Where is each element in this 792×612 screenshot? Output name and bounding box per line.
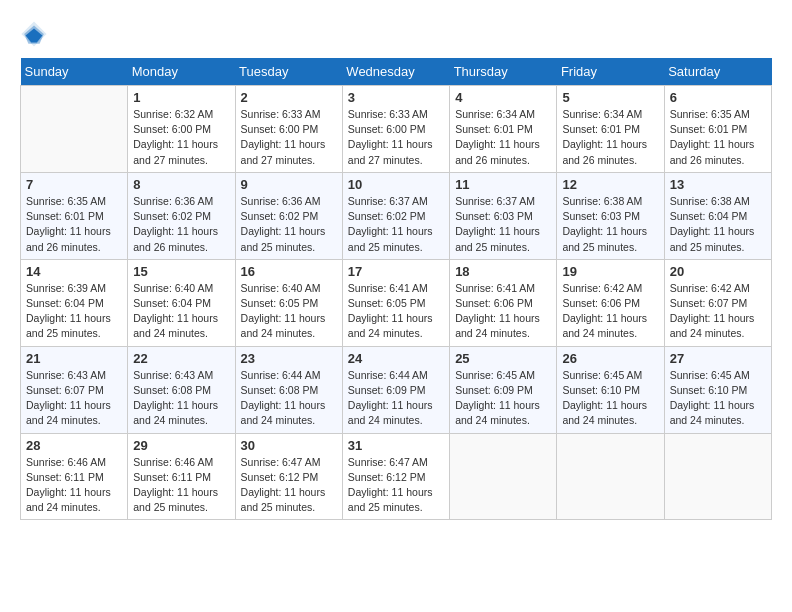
day-info: Sunrise: 6:32 AM Sunset: 6:00 PM Dayligh…	[133, 107, 229, 168]
day-number: 16	[241, 264, 337, 279]
weekday-header: Friday	[557, 58, 664, 86]
calendar-cell	[557, 433, 664, 520]
calendar-cell: 21Sunrise: 6:43 AM Sunset: 6:07 PM Dayli…	[21, 346, 128, 433]
day-number: 2	[241, 90, 337, 105]
day-info: Sunrise: 6:47 AM Sunset: 6:12 PM Dayligh…	[241, 455, 337, 516]
day-info: Sunrise: 6:44 AM Sunset: 6:08 PM Dayligh…	[241, 368, 337, 429]
day-info: Sunrise: 6:45 AM Sunset: 6:10 PM Dayligh…	[670, 368, 766, 429]
calendar-cell: 3Sunrise: 6:33 AM Sunset: 6:00 PM Daylig…	[342, 86, 449, 173]
day-number: 6	[670, 90, 766, 105]
calendar-cell: 19Sunrise: 6:42 AM Sunset: 6:06 PM Dayli…	[557, 259, 664, 346]
calendar-cell: 30Sunrise: 6:47 AM Sunset: 6:12 PM Dayli…	[235, 433, 342, 520]
calendar-cell: 14Sunrise: 6:39 AM Sunset: 6:04 PM Dayli…	[21, 259, 128, 346]
day-info: Sunrise: 6:37 AM Sunset: 6:03 PM Dayligh…	[455, 194, 551, 255]
weekday-header: Sunday	[21, 58, 128, 86]
day-info: Sunrise: 6:43 AM Sunset: 6:08 PM Dayligh…	[133, 368, 229, 429]
day-number: 26	[562, 351, 658, 366]
calendar-cell: 24Sunrise: 6:44 AM Sunset: 6:09 PM Dayli…	[342, 346, 449, 433]
calendar-cell: 7Sunrise: 6:35 AM Sunset: 6:01 PM Daylig…	[21, 172, 128, 259]
day-info: Sunrise: 6:35 AM Sunset: 6:01 PM Dayligh…	[670, 107, 766, 168]
calendar-cell: 29Sunrise: 6:46 AM Sunset: 6:11 PM Dayli…	[128, 433, 235, 520]
calendar-cell: 20Sunrise: 6:42 AM Sunset: 6:07 PM Dayli…	[664, 259, 771, 346]
day-number: 5	[562, 90, 658, 105]
day-number: 19	[562, 264, 658, 279]
calendar-table: SundayMondayTuesdayWednesdayThursdayFrid…	[20, 58, 772, 520]
calendar-cell: 23Sunrise: 6:44 AM Sunset: 6:08 PM Dayli…	[235, 346, 342, 433]
calendar-cell: 17Sunrise: 6:41 AM Sunset: 6:05 PM Dayli…	[342, 259, 449, 346]
calendar-cell: 16Sunrise: 6:40 AM Sunset: 6:05 PM Dayli…	[235, 259, 342, 346]
calendar-cell: 26Sunrise: 6:45 AM Sunset: 6:10 PM Dayli…	[557, 346, 664, 433]
day-number: 22	[133, 351, 229, 366]
calendar-week-row: 28Sunrise: 6:46 AM Sunset: 6:11 PM Dayli…	[21, 433, 772, 520]
day-info: Sunrise: 6:33 AM Sunset: 6:00 PM Dayligh…	[241, 107, 337, 168]
calendar-cell: 12Sunrise: 6:38 AM Sunset: 6:03 PM Dayli…	[557, 172, 664, 259]
page-header	[20, 20, 772, 48]
day-info: Sunrise: 6:43 AM Sunset: 6:07 PM Dayligh…	[26, 368, 122, 429]
calendar-week-row: 1Sunrise: 6:32 AM Sunset: 6:00 PM Daylig…	[21, 86, 772, 173]
day-info: Sunrise: 6:39 AM Sunset: 6:04 PM Dayligh…	[26, 281, 122, 342]
day-info: Sunrise: 6:46 AM Sunset: 6:11 PM Dayligh…	[26, 455, 122, 516]
day-info: Sunrise: 6:36 AM Sunset: 6:02 PM Dayligh…	[241, 194, 337, 255]
day-number: 30	[241, 438, 337, 453]
calendar-cell: 6Sunrise: 6:35 AM Sunset: 6:01 PM Daylig…	[664, 86, 771, 173]
day-info: Sunrise: 6:46 AM Sunset: 6:11 PM Dayligh…	[133, 455, 229, 516]
calendar-week-row: 7Sunrise: 6:35 AM Sunset: 6:01 PM Daylig…	[21, 172, 772, 259]
day-info: Sunrise: 6:38 AM Sunset: 6:03 PM Dayligh…	[562, 194, 658, 255]
day-number: 23	[241, 351, 337, 366]
weekday-header: Monday	[128, 58, 235, 86]
calendar-cell: 28Sunrise: 6:46 AM Sunset: 6:11 PM Dayli…	[21, 433, 128, 520]
day-info: Sunrise: 6:45 AM Sunset: 6:09 PM Dayligh…	[455, 368, 551, 429]
day-info: Sunrise: 6:33 AM Sunset: 6:00 PM Dayligh…	[348, 107, 444, 168]
day-info: Sunrise: 6:36 AM Sunset: 6:02 PM Dayligh…	[133, 194, 229, 255]
calendar-cell: 4Sunrise: 6:34 AM Sunset: 6:01 PM Daylig…	[450, 86, 557, 173]
calendar-week-row: 21Sunrise: 6:43 AM Sunset: 6:07 PM Dayli…	[21, 346, 772, 433]
day-info: Sunrise: 6:42 AM Sunset: 6:06 PM Dayligh…	[562, 281, 658, 342]
calendar-cell: 13Sunrise: 6:38 AM Sunset: 6:04 PM Dayli…	[664, 172, 771, 259]
calendar-cell: 9Sunrise: 6:36 AM Sunset: 6:02 PM Daylig…	[235, 172, 342, 259]
calendar-cell: 22Sunrise: 6:43 AM Sunset: 6:08 PM Dayli…	[128, 346, 235, 433]
calendar-cell: 25Sunrise: 6:45 AM Sunset: 6:09 PM Dayli…	[450, 346, 557, 433]
day-info: Sunrise: 6:35 AM Sunset: 6:01 PM Dayligh…	[26, 194, 122, 255]
day-number: 11	[455, 177, 551, 192]
logo	[20, 20, 52, 48]
day-number: 15	[133, 264, 229, 279]
weekday-header-row: SundayMondayTuesdayWednesdayThursdayFrid…	[21, 58, 772, 86]
day-info: Sunrise: 6:45 AM Sunset: 6:10 PM Dayligh…	[562, 368, 658, 429]
day-number: 3	[348, 90, 444, 105]
calendar-cell	[450, 433, 557, 520]
calendar-cell: 18Sunrise: 6:41 AM Sunset: 6:06 PM Dayli…	[450, 259, 557, 346]
calendar-cell	[664, 433, 771, 520]
logo-icon	[20, 20, 48, 48]
day-number: 8	[133, 177, 229, 192]
day-number: 13	[670, 177, 766, 192]
day-info: Sunrise: 6:41 AM Sunset: 6:06 PM Dayligh…	[455, 281, 551, 342]
day-number: 9	[241, 177, 337, 192]
calendar-cell: 15Sunrise: 6:40 AM Sunset: 6:04 PM Dayli…	[128, 259, 235, 346]
day-number: 20	[670, 264, 766, 279]
day-info: Sunrise: 6:44 AM Sunset: 6:09 PM Dayligh…	[348, 368, 444, 429]
day-number: 18	[455, 264, 551, 279]
calendar-cell: 2Sunrise: 6:33 AM Sunset: 6:00 PM Daylig…	[235, 86, 342, 173]
day-info: Sunrise: 6:38 AM Sunset: 6:04 PM Dayligh…	[670, 194, 766, 255]
day-info: Sunrise: 6:37 AM Sunset: 6:02 PM Dayligh…	[348, 194, 444, 255]
day-info: Sunrise: 6:34 AM Sunset: 6:01 PM Dayligh…	[562, 107, 658, 168]
day-number: 24	[348, 351, 444, 366]
calendar-cell: 31Sunrise: 6:47 AM Sunset: 6:12 PM Dayli…	[342, 433, 449, 520]
day-number: 1	[133, 90, 229, 105]
day-number: 10	[348, 177, 444, 192]
day-number: 7	[26, 177, 122, 192]
day-number: 17	[348, 264, 444, 279]
day-number: 28	[26, 438, 122, 453]
day-number: 14	[26, 264, 122, 279]
calendar-cell: 8Sunrise: 6:36 AM Sunset: 6:02 PM Daylig…	[128, 172, 235, 259]
day-number: 27	[670, 351, 766, 366]
day-info: Sunrise: 6:41 AM Sunset: 6:05 PM Dayligh…	[348, 281, 444, 342]
day-number: 31	[348, 438, 444, 453]
day-info: Sunrise: 6:40 AM Sunset: 6:05 PM Dayligh…	[241, 281, 337, 342]
day-number: 21	[26, 351, 122, 366]
day-number: 12	[562, 177, 658, 192]
day-info: Sunrise: 6:47 AM Sunset: 6:12 PM Dayligh…	[348, 455, 444, 516]
calendar-cell: 10Sunrise: 6:37 AM Sunset: 6:02 PM Dayli…	[342, 172, 449, 259]
calendar-cell: 27Sunrise: 6:45 AM Sunset: 6:10 PM Dayli…	[664, 346, 771, 433]
day-number: 4	[455, 90, 551, 105]
